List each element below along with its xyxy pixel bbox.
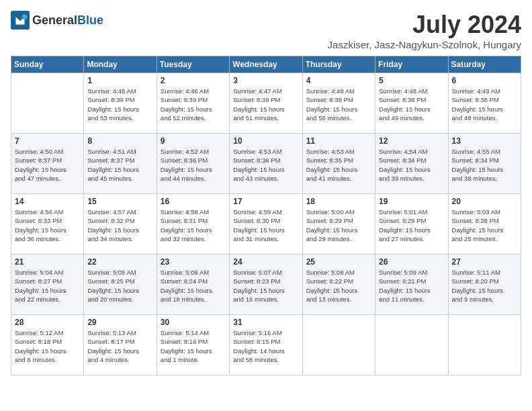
calendar-cell: 10Sunrise: 4:53 AM Sunset: 8:36 PM Dayli…: [230, 134, 302, 194]
logo-blue: Blue: [77, 13, 103, 27]
calendar-cell: 22Sunrise: 5:05 AM Sunset: 8:25 PM Dayli…: [84, 255, 157, 315]
cell-info: Sunrise: 5:11 AM Sunset: 8:20 PM Dayligh…: [452, 268, 517, 304]
header-tuesday: Tuesday: [157, 56, 229, 73]
calendar-cell: [448, 315, 521, 375]
day-number: 20: [452, 197, 517, 206]
header-friday: Friday: [375, 56, 448, 73]
header-thursday: Thursday: [302, 56, 375, 73]
cell-info: Sunrise: 5:16 AM Sunset: 8:15 PM Dayligh…: [233, 328, 298, 364]
calendar-cell: 27Sunrise: 5:11 AM Sunset: 8:20 PM Dayli…: [448, 255, 521, 315]
day-number: 27: [452, 257, 517, 267]
day-number: 7: [15, 136, 80, 146]
calendar-cell: 18Sunrise: 5:00 AM Sunset: 8:29 PM Dayli…: [302, 194, 375, 255]
calendar-cell: 13Sunrise: 4:55 AM Sunset: 8:34 PM Dayli…: [448, 134, 521, 194]
logo: GeneralBlue: [11, 11, 103, 30]
cell-info: Sunrise: 5:05 AM Sunset: 8:25 PM Dayligh…: [87, 268, 152, 304]
calendar-cell: 29Sunrise: 5:13 AM Sunset: 8:17 PM Dayli…: [84, 315, 157, 375]
cell-info: Sunrise: 4:51 AM Sunset: 8:37 PM Dayligh…: [87, 147, 152, 183]
header-row: Sunday Monday Tuesday Wednesday Thursday…: [11, 56, 521, 73]
calendar-week-3: 21Sunrise: 5:04 AM Sunset: 8:27 PM Dayli…: [11, 255, 521, 315]
cell-info: Sunrise: 4:58 AM Sunset: 8:31 PM Dayligh…: [161, 208, 226, 243]
day-number: 31: [233, 318, 298, 327]
cell-info: Sunrise: 4:57 AM Sunset: 8:32 PM Dayligh…: [87, 208, 152, 243]
calendar-week-0: 1Sunrise: 4:46 AM Sunset: 8:39 PM Daylig…: [11, 73, 521, 134]
calendar-cell: 20Sunrise: 5:03 AM Sunset: 8:28 PM Dayli…: [448, 194, 521, 255]
cell-info: Sunrise: 5:00 AM Sunset: 8:29 PM Dayligh…: [306, 208, 371, 243]
day-number: 14: [15, 197, 80, 206]
cell-info: Sunrise: 4:55 AM Sunset: 8:34 PM Dayligh…: [452, 147, 517, 183]
calendar-cell: [302, 315, 375, 375]
day-number: 4: [306, 76, 371, 85]
day-number: 25: [306, 257, 371, 267]
logo-icon: [11, 11, 30, 30]
day-number: 1: [87, 76, 152, 85]
day-number: 29: [87, 318, 152, 327]
cell-info: Sunrise: 4:53 AM Sunset: 8:35 PM Dayligh…: [306, 147, 371, 183]
calendar-cell: 16Sunrise: 4:58 AM Sunset: 8:31 PM Dayli…: [157, 194, 229, 255]
cell-info: Sunrise: 5:07 AM Sunset: 8:23 PM Dayligh…: [233, 268, 298, 304]
calendar-cell: [375, 315, 448, 375]
calendar-cell: 17Sunrise: 4:59 AM Sunset: 8:30 PM Dayli…: [230, 194, 302, 255]
calendar-table: Sunday Monday Tuesday Wednesday Thursday…: [11, 56, 521, 375]
cell-info: Sunrise: 5:08 AM Sunset: 8:22 PM Dayligh…: [306, 268, 371, 304]
month-title: July 2024: [328, 11, 521, 39]
calendar-cell: 31Sunrise: 5:16 AM Sunset: 8:15 PM Dayli…: [230, 315, 302, 375]
day-number: 18: [306, 197, 371, 206]
calendar-cell: 26Sunrise: 5:09 AM Sunset: 8:21 PM Dayli…: [375, 255, 448, 315]
cell-info: Sunrise: 5:12 AM Sunset: 8:18 PM Dayligh…: [15, 328, 80, 364]
calendar-cell: 15Sunrise: 4:57 AM Sunset: 8:32 PM Dayli…: [84, 194, 157, 255]
day-number: 10: [233, 136, 298, 146]
cell-info: Sunrise: 4:47 AM Sunset: 8:39 PM Dayligh…: [233, 87, 298, 122]
header-monday: Monday: [84, 56, 157, 73]
day-number: 24: [233, 257, 298, 267]
day-number: 9: [161, 136, 226, 146]
calendar-cell: 23Sunrise: 5:06 AM Sunset: 8:24 PM Dayli…: [157, 255, 229, 315]
day-number: 21: [15, 257, 80, 267]
cell-info: Sunrise: 4:48 AM Sunset: 8:38 PM Dayligh…: [306, 87, 371, 122]
day-number: 5: [379, 76, 444, 85]
calendar-cell: 30Sunrise: 5:14 AM Sunset: 8:16 PM Dayli…: [157, 315, 229, 375]
cell-info: Sunrise: 4:49 AM Sunset: 8:38 PM Dayligh…: [452, 87, 517, 122]
calendar-cell: 14Sunrise: 4:56 AM Sunset: 8:33 PM Dayli…: [11, 194, 84, 255]
calendar-cell: 25Sunrise: 5:08 AM Sunset: 8:22 PM Dayli…: [302, 255, 375, 315]
day-number: 16: [161, 197, 226, 206]
header-wednesday: Wednesday: [230, 56, 302, 73]
cell-info: Sunrise: 5:04 AM Sunset: 8:27 PM Dayligh…: [15, 268, 80, 304]
location-title: Jaszkiser, Jasz-Nagykun-Szolnok, Hungary: [328, 39, 521, 50]
svg-rect-0: [11, 11, 30, 30]
calendar-week-1: 7Sunrise: 4:50 AM Sunset: 8:37 PM Daylig…: [11, 134, 521, 194]
header-saturday: Saturday: [448, 56, 521, 73]
day-number: 30: [161, 318, 226, 327]
day-number: 2: [161, 76, 226, 85]
day-number: 23: [161, 257, 226, 267]
cell-info: Sunrise: 4:52 AM Sunset: 8:36 PM Dayligh…: [161, 147, 226, 183]
calendar-week-2: 14Sunrise: 4:56 AM Sunset: 8:33 PM Dayli…: [11, 194, 521, 255]
calendar-cell: 1Sunrise: 4:46 AM Sunset: 8:39 PM Daylig…: [84, 73, 157, 134]
svg-point-2: [22, 15, 27, 19]
day-number: 26: [379, 257, 444, 267]
cell-info: Sunrise: 4:46 AM Sunset: 8:39 PM Dayligh…: [87, 87, 152, 122]
header-sunday: Sunday: [11, 56, 84, 73]
day-number: 13: [452, 136, 517, 146]
calendar-cell: 12Sunrise: 4:54 AM Sunset: 8:34 PM Dayli…: [375, 134, 448, 194]
cell-info: Sunrise: 5:03 AM Sunset: 8:28 PM Dayligh…: [452, 208, 517, 243]
cell-info: Sunrise: 5:09 AM Sunset: 8:21 PM Dayligh…: [379, 268, 444, 304]
calendar-cell: 6Sunrise: 4:49 AM Sunset: 8:38 PM Daylig…: [448, 73, 521, 134]
calendar-cell: 19Sunrise: 5:01 AM Sunset: 8:29 PM Dayli…: [375, 194, 448, 255]
calendar-cell: 28Sunrise: 5:12 AM Sunset: 8:18 PM Dayli…: [11, 315, 84, 375]
cell-info: Sunrise: 5:01 AM Sunset: 8:29 PM Dayligh…: [379, 208, 444, 243]
cell-info: Sunrise: 4:46 AM Sunset: 8:39 PM Dayligh…: [161, 87, 226, 122]
day-number: 17: [233, 197, 298, 206]
cell-info: Sunrise: 4:56 AM Sunset: 8:33 PM Dayligh…: [15, 208, 80, 243]
day-number: 28: [15, 318, 80, 327]
cell-info: Sunrise: 4:54 AM Sunset: 8:34 PM Dayligh…: [379, 147, 444, 183]
title-block: July 2024 Jaszkiser, Jasz-Nagykun-Szolno…: [328, 11, 521, 50]
cell-info: Sunrise: 4:53 AM Sunset: 8:36 PM Dayligh…: [233, 147, 298, 183]
calendar-header: Sunday Monday Tuesday Wednesday Thursday…: [11, 56, 521, 73]
logo-general: General: [32, 13, 77, 27]
calendar-cell: 4Sunrise: 4:48 AM Sunset: 8:38 PM Daylig…: [302, 73, 375, 134]
calendar-cell: 21Sunrise: 5:04 AM Sunset: 8:27 PM Dayli…: [11, 255, 84, 315]
calendar-cell: 8Sunrise: 4:51 AM Sunset: 8:37 PM Daylig…: [84, 134, 157, 194]
day-number: 11: [306, 136, 371, 146]
calendar-cell: 7Sunrise: 4:50 AM Sunset: 8:37 PM Daylig…: [11, 134, 84, 194]
